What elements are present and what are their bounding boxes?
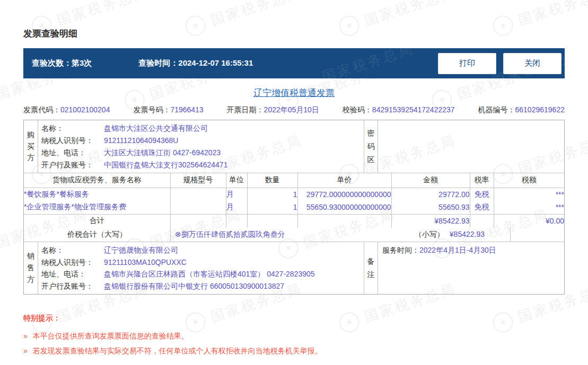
subtotal-label: 合计 [24, 214, 170, 228]
grand-total-values: ⊗捌万伍仟肆佰贰拾贰圆玖角叁分 （小写） ¥85422.93 [171, 228, 511, 242]
subtotal-row: 合计 ¥85422.93 ¥0.00 [24, 214, 564, 228]
buyer-bank-row: 开户行及账号：中国银行盘锦大洼支行302564624471 [38, 159, 364, 171]
col-header-amount: 金额 [391, 173, 470, 188]
seller-fields: 名称：辽宁德晟物业有限公司 纳税人识别号：91211103MA10QPUXXC … [38, 242, 364, 294]
query-bar: 国家税务总局 国家税务总局 查验次数： 第3次 查验时间： 2024-12-07… [23, 48, 565, 78]
col-header-qty: 数量 [247, 173, 297, 188]
remark-service-time: 服务时间： 2022年4月1日-4月30日 [382, 245, 560, 255]
lowercase-value: ¥85422.93 [450, 230, 485, 239]
buyer-address-row: 地址、电话：大洼区大洼镇珠江街 0427-6942023 [38, 147, 364, 158]
seller-address-row: 地址、电话：盘锦市兴隆台区庄林路西（市客运站四楼401室） 0427-28239… [38, 268, 364, 280]
item-unit: 月 [226, 201, 247, 214]
subtotal-amount: ¥85422.93 [391, 214, 470, 228]
password-area [378, 120, 564, 173]
page-content: 发票查验明细 国家税务总局 国家税务总局 查验次数： 第3次 查验时间： 202… [0, 0, 588, 358]
col-header-spec: 规格型号 [170, 173, 226, 188]
query-bar-actions: 打印 关闭 [438, 53, 561, 74]
grand-total-lowercase: （小写） ¥85422.93 [415, 230, 510, 239]
col-header-rate: 税率 [470, 173, 494, 188]
invoice-code: 发票代码：021002100204 [23, 105, 110, 115]
buyer-fields: 名称：盘锦市大洼区公共交通有限公司 纳税人识别号：912111210640943… [38, 120, 364, 173]
item-amount: 29772.00 [391, 188, 470, 201]
subtotal-tax: ¥0.00 [494, 214, 564, 228]
invoice-number: 发票号码：71966413 [133, 105, 203, 115]
invoice-title: 辽宁增值税普通发票 [23, 87, 565, 99]
items-table: 货物或应税劳务、服务名称 规格型号 单位 数量 单价 金额 税率 税额 *餐饮服… [24, 173, 564, 228]
seller-side-label: 销售方 [24, 242, 38, 294]
remark-area: 服务时间： 2022年4月1日-4月30日 [378, 242, 564, 294]
item-name: *企业管理服务*物业管理服务费 [24, 201, 170, 214]
watermark-on-bar: 国家税务总局 [320, 48, 416, 78]
invoice-box: 购买方 名称：盘锦市大洼区公共交通有限公司 纳税人识别号：91211121064… [23, 120, 565, 295]
item-row: *餐饮服务*餐标服务 月 1 29772.000000000000000 297… [24, 188, 564, 201]
seller-taxid-row: 纳税人识别号：91211103MA10QPUXXC [38, 256, 364, 268]
print-button[interactable]: 打印 [438, 53, 496, 74]
col-header-unit: 单位 [226, 173, 247, 188]
buyer-side-label: 购买方 [24, 120, 38, 173]
page-title: 发票查验明细 [23, 28, 565, 40]
item-qty: 1 [247, 188, 297, 201]
invoice-meta-row: 发票代码：021002100204 发票号码：71966413 开票日期：202… [23, 105, 565, 115]
grand-total-label: 价税合计（大写） [24, 228, 171, 242]
item-tax: *** [494, 201, 564, 214]
item-unit: 月 [226, 188, 247, 201]
item-spec [170, 188, 226, 201]
remark-label: 备注 [364, 242, 378, 294]
seller-name-row: 名称：辽宁德晟物业有限公司 [38, 244, 364, 256]
buyer-section: 购买方 名称：盘锦市大洼区公共交通有限公司 纳税人识别号：91211121064… [24, 120, 564, 173]
notice-item: » 若发现发票查验结果与实际交易不符，任何单位或个人有权拒收并向当地税务机关举报… [23, 343, 565, 358]
col-header-tax: 税额 [494, 173, 564, 188]
col-header-name: 货物或应税劳务、服务名称 [24, 173, 170, 188]
check-code: 校验码：84291539254172422237 [343, 105, 455, 115]
query-count-label: 查验次数： [32, 58, 72, 68]
invoice-date: 开票日期：2022年05月10日 [227, 105, 319, 115]
grand-total-row: 价税合计（大写） ⊗捌万伍仟肆佰贰拾贰圆玖角叁分 （小写） ¥85422.93 [24, 228, 564, 242]
item-name: *餐饮服务*餐标服务 [24, 188, 170, 201]
query-time: 查验时间： 2024-12-07 16:55:31 [138, 58, 253, 68]
grand-total-empty-cell [511, 228, 564, 242]
seller-section: 销售方 名称：辽宁德晟物业有限公司 纳税人识别号：91211103MA10QPU… [24, 242, 564, 294]
bullet-icon: » [23, 343, 28, 358]
item-row: *企业管理服务*物业管理服务费 月 1 55650.93000000000000… [24, 201, 564, 214]
notice-item: » 本平台仅提供所查询发票票面信息的查验结果。 [23, 328, 565, 343]
query-time-label: 查验时间： [138, 58, 178, 68]
items-header-row: 货物或应税劳务、服务名称 规格型号 单位 数量 单价 金额 税率 税额 [24, 173, 564, 188]
close-button[interactable]: 关闭 [503, 53, 561, 74]
password-area-label: 密码区 [364, 120, 378, 173]
item-price: 55650.930000000000000 [297, 201, 391, 214]
query-count: 查验次数： 第3次 [32, 58, 92, 68]
item-tax-rate: 免税 [470, 188, 494, 201]
item-tax: *** [494, 188, 564, 201]
lowercase-label: （小写） [415, 230, 444, 239]
seller-bank-row: 开户行及账号：盘锦银行股份有限公司中银支行 660050130900013827 [38, 280, 364, 292]
notice-section: 特别提示： » 本平台仅提供所查询发票票面信息的查验结果。 » 若发现发票查验结… [23, 314, 565, 358]
item-amount: 55650.93 [391, 201, 470, 214]
machine-number: 机器编号：661029619622 [478, 105, 565, 115]
query-time-value: 2024-12-07 16:55:31 [178, 58, 253, 68]
notice-title: 特别提示： [23, 314, 565, 323]
col-header-price: 单价 [297, 173, 391, 188]
item-price: 29772.000000000000000 [297, 188, 391, 201]
item-qty: 1 [247, 201, 297, 214]
bullet-icon: » [23, 328, 28, 343]
query-count-value: 第3次 [72, 58, 92, 68]
buyer-taxid-row: 纳税人识别号：91211121064094368U [38, 135, 364, 146]
grand-total-uppercase: ⊗捌万伍仟肆佰贰拾贰圆玖角叁分 [171, 230, 285, 239]
item-tax-rate: 免税 [470, 201, 494, 214]
buyer-name-row: 名称：盘锦市大洼区公共交通有限公司 [38, 122, 364, 134]
item-spec [170, 201, 226, 214]
